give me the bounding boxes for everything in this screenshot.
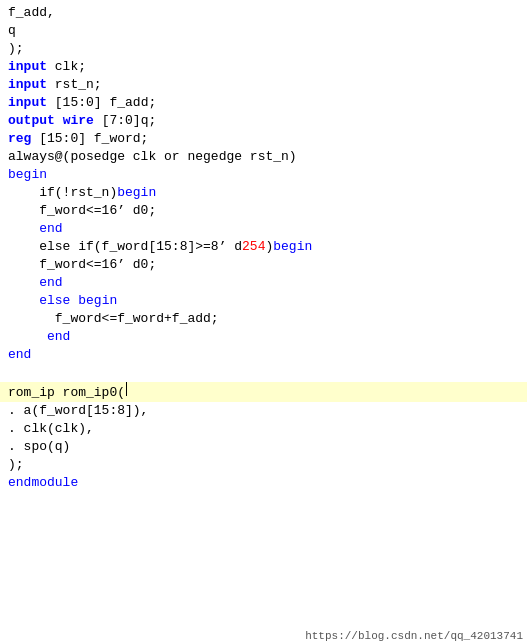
code-token: reg <box>8 130 31 148</box>
code-line: end <box>0 346 527 364</box>
code-line: f_word<=16’ d0; <box>0 202 527 220</box>
code-line: . clk(clk), <box>0 420 527 438</box>
code-token: . clk(clk), <box>8 420 94 438</box>
code-token: ); <box>8 40 24 58</box>
code-token: begin <box>117 184 156 202</box>
code-token: begin <box>273 238 312 256</box>
code-token: ); <box>8 456 24 474</box>
code-line: rom_ip rom_ip0( <box>0 382 527 402</box>
code-token: end <box>8 346 31 364</box>
code-token <box>8 292 39 310</box>
code-line: . a(f_word[15:8]), <box>0 402 527 420</box>
code-line: ); <box>0 40 527 58</box>
code-line: else begin <box>0 292 527 310</box>
code-line: f_word<=f_word+f_add; <box>0 310 527 328</box>
code-line: f_word<=16’ d0; <box>0 256 527 274</box>
code-token: end <box>39 220 62 238</box>
code-token: end <box>47 328 70 346</box>
code-line <box>0 364 527 382</box>
code-line: input [15:0] f_add; <box>0 94 527 112</box>
code-token: rom_ip rom_ip0( <box>8 384 125 402</box>
code-token: input <box>8 58 47 76</box>
code-line: input rst_n; <box>0 76 527 94</box>
code-token: output <box>8 112 55 130</box>
code-line: begin <box>0 166 527 184</box>
code-token: [15:0] f_word; <box>31 130 148 148</box>
code-token: . spo(q) <box>8 438 70 456</box>
text-cursor <box>126 382 127 396</box>
code-token <box>8 274 39 292</box>
code-line: output wire [7:0]q; <box>0 112 527 130</box>
code-token: wire <box>63 112 94 130</box>
code-token: clk; <box>47 58 86 76</box>
code-token: else <box>39 292 70 310</box>
code-token: begin <box>78 292 117 310</box>
url-bar: https://blog.csdn.net/qq_42013741 <box>301 628 527 644</box>
code-token <box>8 220 39 238</box>
code-token: rst_n; <box>47 76 102 94</box>
code-token: endmodule <box>8 474 78 492</box>
code-token: [15:0] f_add; <box>47 94 156 112</box>
code-token: begin <box>8 166 47 184</box>
code-token: f_word<=16’ d0; <box>8 256 156 274</box>
code-token: always@(posedge clk or negedge rst_n) <box>8 148 297 166</box>
code-editor: f_add,q);input clk;input rst_n;input [15… <box>0 0 527 644</box>
code-line: . spo(q) <box>0 438 527 456</box>
code-line: always@(posedge clk or negedge rst_n) <box>0 148 527 166</box>
code-line: end <box>0 220 527 238</box>
code-token: q <box>8 22 16 40</box>
code-token: [7:0]q; <box>94 112 156 130</box>
code-token: . a(f_word[15:8]), <box>8 402 148 420</box>
code-line: q <box>0 22 527 40</box>
code-line: end <box>0 328 527 346</box>
code-token: end <box>39 274 62 292</box>
code-line: if(!rst_n)begin <box>0 184 527 202</box>
code-line: endmodule <box>0 474 527 492</box>
code-token: f_add, <box>8 4 55 22</box>
code-token: else if(f_word[15:8]>=8’ d <box>8 238 242 256</box>
code-token: ) <box>265 238 273 256</box>
code-token: if(!rst_n) <box>8 184 117 202</box>
code-token <box>70 292 78 310</box>
code-token <box>55 112 63 130</box>
code-token: 254 <box>242 238 265 256</box>
code-token <box>8 328 47 346</box>
code-line: reg [15:0] f_word; <box>0 130 527 148</box>
code-line: ); <box>0 456 527 474</box>
code-line: input clk; <box>0 58 527 76</box>
code-token: f_word<=f_word+f_add; <box>8 310 219 328</box>
code-token: input <box>8 94 47 112</box>
code-line: else if(f_word[15:8]>=8’ d254)begin <box>0 238 527 256</box>
code-line: f_add, <box>0 4 527 22</box>
code-line: end <box>0 274 527 292</box>
code-token: f_word<=16’ d0; <box>8 202 156 220</box>
code-token: input <box>8 76 47 94</box>
